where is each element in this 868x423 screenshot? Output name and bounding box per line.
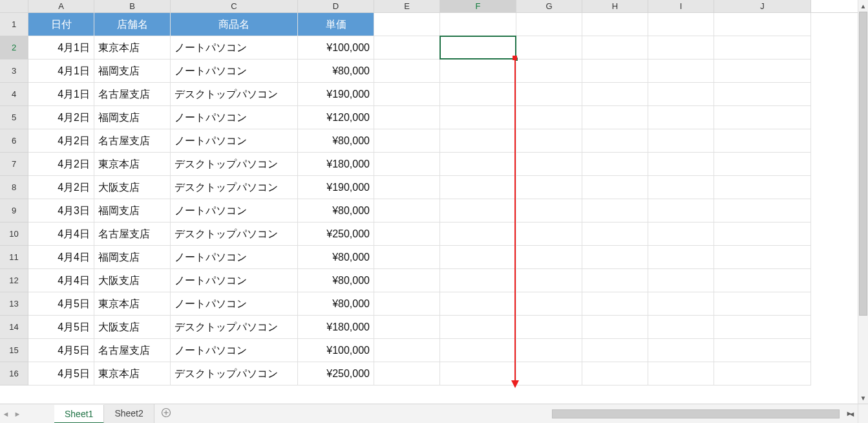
row-header-5[interactable]: 5: [0, 106, 28, 129]
cell[interactable]: [648, 362, 714, 385]
cell[interactable]: 名古屋支店: [94, 339, 171, 362]
row-header-14[interactable]: 14: [0, 316, 28, 339]
cell[interactable]: [714, 13, 811, 36]
cell[interactable]: ¥250,000: [298, 222, 374, 246]
cell[interactable]: 店舗名: [94, 13, 171, 36]
cell[interactable]: ¥100,000: [298, 339, 374, 362]
cell[interactable]: [582, 106, 648, 129]
cell[interactable]: ¥190,000: [298, 83, 374, 106]
cell[interactable]: [714, 199, 811, 222]
cell[interactable]: [440, 129, 516, 153]
cell[interactable]: 東京本店: [94, 36, 171, 60]
cell[interactable]: ノートパソコン: [171, 36, 298, 60]
cell[interactable]: [516, 176, 582, 199]
cell[interactable]: ¥250,000: [298, 362, 374, 385]
cell[interactable]: [714, 83, 811, 106]
cell[interactable]: [648, 106, 714, 129]
column-header-J[interactable]: J: [714, 0, 811, 12]
cell[interactable]: 大阪支店: [94, 316, 171, 339]
cell[interactable]: [516, 199, 582, 222]
cell[interactable]: ノートパソコン: [171, 292, 298, 316]
cell[interactable]: [648, 339, 714, 362]
tab-scroll-left-button[interactable]: ◄: [0, 405, 12, 423]
cell[interactable]: [714, 292, 811, 316]
cell[interactable]: 名古屋支店: [94, 83, 171, 106]
cell[interactable]: 4月2日: [28, 176, 94, 199]
cell[interactable]: [516, 60, 582, 83]
cell[interactable]: ¥120,000: [298, 106, 374, 129]
cell[interactable]: [648, 153, 714, 176]
column-header-H[interactable]: H: [582, 0, 648, 12]
cell[interactable]: [440, 316, 516, 339]
scroll-right-button[interactable]: ►: [843, 407, 855, 419]
cell[interactable]: [374, 36, 440, 60]
cell[interactable]: [714, 269, 811, 292]
cell[interactable]: [714, 222, 811, 246]
row-header-16[interactable]: 16: [0, 362, 28, 385]
cell[interactable]: ¥180,000: [298, 316, 374, 339]
cell[interactable]: 東京本店: [94, 362, 171, 385]
cell[interactable]: [374, 153, 440, 176]
cell[interactable]: [582, 316, 648, 339]
cell[interactable]: [648, 60, 714, 83]
cell[interactable]: デスクトップパソコン: [171, 362, 298, 385]
column-header-I[interactable]: I: [648, 0, 714, 12]
column-header-F[interactable]: F: [440, 0, 516, 12]
sheet-tab-sheet2[interactable]: Sheet2: [104, 404, 154, 423]
cell[interactable]: [374, 176, 440, 199]
row-header-12[interactable]: 12: [0, 269, 28, 292]
row-header-9[interactable]: 9: [0, 199, 28, 222]
cell[interactable]: 4月2日: [28, 153, 94, 176]
cell[interactable]: [582, 199, 648, 222]
row-header-4[interactable]: 4: [0, 83, 28, 106]
cell[interactable]: 商品名: [171, 13, 298, 36]
cell[interactable]: [582, 36, 648, 60]
cell[interactable]: 大阪支店: [94, 269, 171, 292]
cell[interactable]: ¥80,000: [298, 129, 374, 153]
cell[interactable]: [374, 362, 440, 385]
row-header-2[interactable]: 2: [0, 36, 28, 60]
cell[interactable]: ノートパソコン: [171, 269, 298, 292]
cell[interactable]: [516, 246, 582, 269]
cell[interactable]: [440, 222, 516, 246]
cell[interactable]: [374, 60, 440, 83]
cell[interactable]: 単価: [298, 13, 374, 36]
horizontal-scroll-track[interactable]: [552, 408, 840, 420]
cell[interactable]: [516, 362, 582, 385]
cell[interactable]: 東京本店: [94, 153, 171, 176]
cell[interactable]: [582, 153, 648, 176]
row-header-7[interactable]: 7: [0, 153, 28, 176]
cell[interactable]: [648, 129, 714, 153]
grid-body[interactable]: 1日付店舗名商品名単価24月1日東京本店ノートパソコン¥100,00034月1日…: [0, 13, 858, 404]
add-sheet-button[interactable]: [154, 407, 178, 420]
cell[interactable]: [516, 129, 582, 153]
column-header-A[interactable]: A: [28, 0, 94, 12]
cell[interactable]: ¥80,000: [298, 269, 374, 292]
cell[interactable]: [440, 106, 516, 129]
row-header-1[interactable]: 1: [0, 13, 28, 36]
sheet-tab-sheet1[interactable]: Sheet1: [54, 405, 104, 423]
cell[interactable]: [440, 13, 516, 36]
cell[interactable]: ¥180,000: [298, 153, 374, 176]
cell[interactable]: [440, 292, 516, 316]
cell[interactable]: ノートパソコン: [171, 339, 298, 362]
cell[interactable]: 名古屋支店: [94, 222, 171, 246]
cell[interactable]: [374, 129, 440, 153]
cell[interactable]: [714, 176, 811, 199]
column-header-E[interactable]: E: [374, 0, 440, 12]
cell[interactable]: 4月1日: [28, 83, 94, 106]
row-header-3[interactable]: 3: [0, 60, 28, 83]
horizontal-scroll-thumb[interactable]: [552, 409, 840, 418]
cell[interactable]: [374, 222, 440, 246]
cell[interactable]: [714, 106, 811, 129]
cell[interactable]: [648, 246, 714, 269]
cell[interactable]: ¥80,000: [298, 60, 374, 83]
cell[interactable]: [582, 339, 648, 362]
cell[interactable]: [648, 292, 714, 316]
cell[interactable]: [440, 362, 516, 385]
cell[interactable]: [582, 362, 648, 385]
cell[interactable]: デスクトップパソコン: [171, 153, 298, 176]
cell[interactable]: 4月3日: [28, 199, 94, 222]
cell[interactable]: [374, 246, 440, 269]
cell[interactable]: [374, 269, 440, 292]
